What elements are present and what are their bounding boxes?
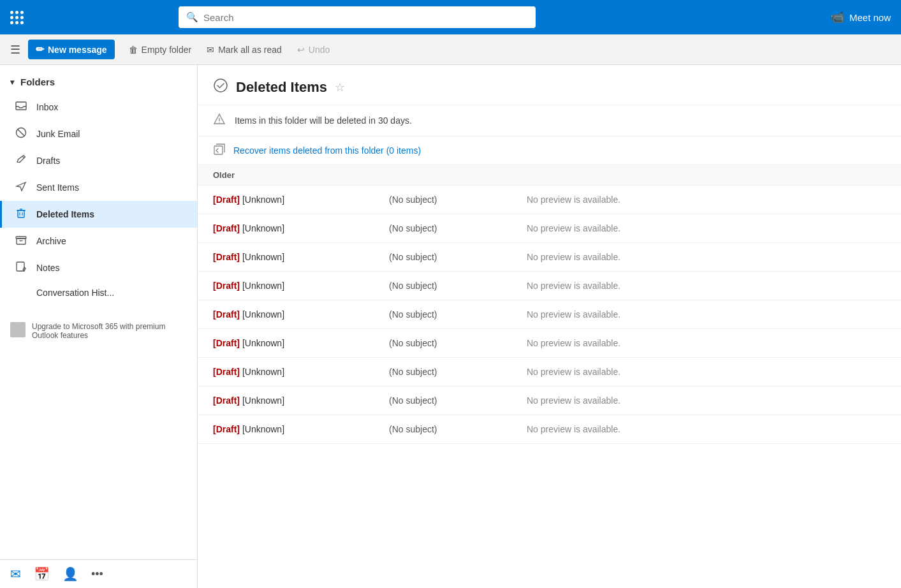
undo-button[interactable]: ↩ Undo <box>291 41 336 59</box>
email-row[interactable]: [Draft] [Unknown] (No subject) No previe… <box>198 243 901 272</box>
recover-link[interactable]: Recover items deleted from this folder (… <box>233 145 421 156</box>
info-banner: Items in this folder will be deleted in … <box>198 105 901 136</box>
email-row[interactable]: [Draft] [Unknown] (No subject) No previe… <box>198 214 901 243</box>
email-row[interactable]: [Draft] [Unknown] (No subject) No previe… <box>198 415 901 444</box>
email-sender: [Draft] [Unknown] <box>213 338 379 348</box>
email-subject: (No subject) <box>389 195 516 205</box>
empty-folder-button[interactable]: 🗑 Empty folder <box>122 41 198 59</box>
envelope-icon: ✉ <box>207 45 214 55</box>
compose-icon: ✏ <box>36 43 44 55</box>
sidebar-item-archive[interactable]: Archive <box>0 228 197 254</box>
search-icon: 🔍 <box>186 11 198 23</box>
check-circle-icon <box>213 78 228 97</box>
recover-icon <box>213 143 226 158</box>
folders-section: ▾ Folders Inbox <box>0 65 197 309</box>
email-subject: (No subject) <box>389 367 516 377</box>
email-subject: (No subject) <box>389 424 516 434</box>
topbar: 🔍 📹 Meet now <box>0 0 901 34</box>
email-row[interactable]: [Draft] [Unknown] (No subject) No previe… <box>198 186 901 214</box>
draft-label: [Draft] <box>213 195 240 205</box>
junk-label: Junk Email <box>36 129 80 139</box>
warning-icon <box>213 113 226 128</box>
email-subject: (No subject) <box>389 338 516 348</box>
trash-icon: 🗑 <box>129 45 138 55</box>
inbox-icon <box>15 100 27 114</box>
star-icon[interactable]: ☆ <box>335 80 345 94</box>
svg-point-14 <box>214 79 227 92</box>
app-launcher-icon[interactable] <box>10 11 24 24</box>
mark-all-read-button[interactable]: ✉ Mark all as read <box>200 41 288 59</box>
svg-rect-0 <box>16 102 26 110</box>
notes-label: Notes <box>36 263 60 273</box>
sidebar-item-convhist[interactable]: Conversation Hist... <box>0 281 197 304</box>
hamburger-icon[interactable]: ☰ <box>10 43 20 57</box>
svg-rect-4 <box>18 210 24 217</box>
folders-header[interactable]: ▾ Folders <box>0 70 197 94</box>
toolbar: ☰ ✏ New message 🗑 Empty folder ✉ Mark al… <box>0 34 901 65</box>
calendar-nav-icon[interactable]: 📅 <box>34 566 50 582</box>
email-sender: [Draft] [Unknown] <box>213 424 379 434</box>
sidebar-item-inbox[interactable]: Inbox <box>0 94 197 121</box>
draft-label: [Draft] <box>213 281 240 291</box>
email-row[interactable]: [Draft] [Unknown] (No subject) No previe… <box>198 358 901 386</box>
mail-nav-icon[interactable]: ✉ <box>10 566 21 582</box>
sidebar-item-sent[interactable]: Sent Items <box>0 174 197 201</box>
email-row[interactable]: [Draft] [Unknown] (No subject) No previe… <box>198 386 901 415</box>
email-row[interactable]: [Draft] [Unknown] (No subject) No previe… <box>198 300 901 329</box>
draft-label: [Draft] <box>213 309 240 320</box>
folder-header: Deleted Items ☆ <box>198 65 901 105</box>
folders-label: Folders <box>20 77 55 87</box>
sidebar: ▾ Folders Inbox <box>0 65 198 588</box>
people-nav-icon[interactable]: 👤 <box>62 566 78 582</box>
archive-icon <box>15 234 27 248</box>
email-row[interactable]: [Draft] [Unknown] (No subject) No previe… <box>198 329 901 358</box>
sidebar-item-junk[interactable]: Junk Email <box>0 121 197 147</box>
content-area: Deleted Items ☆ Items in this folder wil… <box>198 65 901 588</box>
email-preview: No preview is available. <box>527 338 886 348</box>
sender-label: [Unknown] <box>242 367 284 377</box>
sender-label: [Unknown] <box>242 223 284 233</box>
email-sender: [Draft] [Unknown] <box>213 195 379 205</box>
email-preview: No preview is available. <box>527 424 886 434</box>
sender-label: [Unknown] <box>242 424 284 434</box>
deleted-label: Deleted Items <box>36 209 94 219</box>
email-sender: [Draft] [Unknown] <box>213 309 379 320</box>
sidebar-item-drafts[interactable]: Drafts <box>0 147 197 174</box>
email-row[interactable]: [Draft] [Unknown] (No subject) No previe… <box>198 272 901 300</box>
email-sender: [Draft] [Unknown] <box>213 252 379 262</box>
video-icon: 📹 <box>830 10 844 24</box>
search-bar[interactable]: 🔍 <box>179 6 536 28</box>
draft-label: [Draft] <box>213 252 240 262</box>
notes-icon <box>15 261 27 275</box>
email-subject: (No subject) <box>389 223 516 233</box>
undo-icon: ↩ <box>297 45 305 55</box>
junk-icon <box>15 127 27 141</box>
meet-now-button[interactable]: 📹 Meet now <box>830 10 891 24</box>
email-sender: [Draft] [Unknown] <box>213 367 379 377</box>
more-nav-icon[interactable]: ••• <box>91 568 103 581</box>
deleted-icon <box>15 207 27 221</box>
sender-label: [Unknown] <box>242 195 284 205</box>
search-input[interactable] <box>203 12 528 23</box>
email-preview: No preview is available. <box>527 252 886 262</box>
folder-title: Deleted Items <box>236 79 327 96</box>
sender-label: [Unknown] <box>242 252 284 262</box>
inbox-label: Inbox <box>36 102 58 112</box>
email-subject: (No subject) <box>389 252 516 262</box>
upgrade-banner[interactable]: Upgrade to Microsoft 365 with premium Ou… <box>0 314 197 348</box>
convhist-label: Conversation Hist... <box>36 288 114 298</box>
email-subject: (No subject) <box>389 395 516 406</box>
sender-label: [Unknown] <box>242 338 284 348</box>
email-preview: No preview is available. <box>527 195 886 205</box>
sender-label: [Unknown] <box>242 309 284 320</box>
sent-label: Sent Items <box>36 182 79 193</box>
sidebar-item-deleted[interactable]: Deleted Items <box>0 201 197 228</box>
sidebar-item-notes[interactable]: Notes <box>0 254 197 281</box>
new-message-button[interactable]: ✏ New message <box>28 40 115 59</box>
email-sender: [Draft] [Unknown] <box>213 223 379 233</box>
email-subject: (No subject) <box>389 281 516 291</box>
svg-rect-10 <box>17 239 26 244</box>
draft-label: [Draft] <box>213 424 240 434</box>
upgrade-icon <box>10 322 26 337</box>
drafts-label: Drafts <box>36 156 60 166</box>
